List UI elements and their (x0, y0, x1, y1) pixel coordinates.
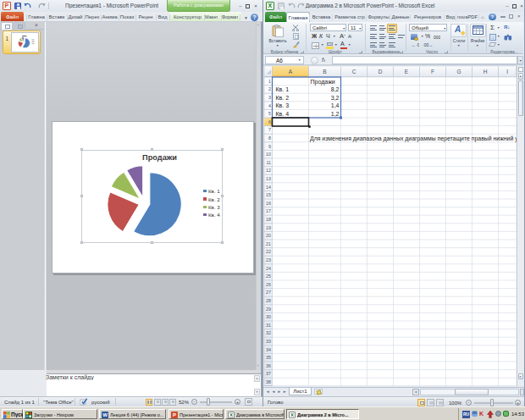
svg-text:14: 14 (266, 185, 271, 190)
svg-text:Кв. 3: Кв. 3 (276, 102, 290, 108)
svg-text:Для изменения диапазона данных: Для изменения диапазона данных диаграммы… (310, 135, 523, 142)
svg-text:C: C (352, 69, 356, 75)
svg-text:20: 20 (266, 233, 271, 238)
svg-text:7: 7 (268, 127, 271, 132)
svg-text:25: 25 (266, 274, 271, 279)
svg-text:28: 28 (266, 298, 271, 303)
svg-text:D: D (379, 69, 383, 75)
svg-text:22: 22 (266, 249, 271, 254)
svg-text:12: 12 (266, 168, 271, 173)
svg-text:13: 13 (266, 176, 271, 181)
svg-text:A: A (289, 69, 293, 75)
svg-text:19: 19 (266, 225, 271, 230)
svg-text:11: 11 (267, 160, 272, 165)
svg-text:8,2: 8,2 (331, 86, 340, 92)
svg-text:9: 9 (268, 144, 271, 149)
svg-text:23: 23 (266, 257, 271, 262)
svg-text:4: 4 (268, 103, 271, 108)
svg-text:32: 32 (266, 330, 271, 335)
svg-text:I: I (506, 69, 508, 75)
svg-text:29: 29 (266, 307, 271, 312)
svg-text:G: G (456, 69, 461, 75)
svg-text:35: 35 (266, 355, 271, 360)
svg-text:15: 15 (266, 192, 271, 197)
svg-text:33: 33 (266, 339, 271, 344)
svg-text:31: 31 (266, 323, 271, 328)
svg-text:30: 30 (266, 314, 271, 319)
svg-text:16: 16 (266, 201, 271, 206)
svg-text:Кв. 4: Кв. 4 (276, 111, 290, 117)
svg-text:24: 24 (266, 266, 271, 271)
svg-text:Продажи: Продажи (311, 79, 335, 86)
svg-text:2: 2 (268, 86, 271, 91)
svg-text:34: 34 (266, 347, 271, 352)
svg-text:3: 3 (268, 95, 271, 100)
svg-text:17: 17 (266, 208, 271, 213)
svg-text:18: 18 (266, 217, 271, 222)
svg-text:E: E (405, 69, 409, 75)
svg-text:1,2: 1,2 (331, 111, 340, 117)
svg-text:10: 10 (266, 152, 271, 157)
svg-text:36: 36 (266, 363, 271, 368)
svg-text:B: B (323, 69, 326, 75)
svg-text:Кв. 2: Кв. 2 (276, 95, 290, 101)
svg-text:F: F (431, 69, 434, 75)
svg-text:1,4: 1,4 (331, 102, 340, 108)
svg-text:Кв. 1: Кв. 1 (276, 86, 290, 92)
svg-text:8: 8 (268, 135, 271, 141)
svg-text:6: 6 (268, 119, 271, 124)
svg-text:37: 37 (266, 371, 271, 376)
svg-text:5: 5 (268, 111, 271, 116)
svg-text:26: 26 (266, 282, 271, 287)
svg-text:27: 27 (266, 290, 271, 295)
svg-text:H: H (484, 69, 488, 75)
svg-text:21: 21 (266, 241, 271, 246)
svg-text:38: 38 (266, 379, 271, 384)
svg-text:1: 1 (268, 79, 271, 84)
svg-text:3,2: 3,2 (331, 95, 340, 101)
